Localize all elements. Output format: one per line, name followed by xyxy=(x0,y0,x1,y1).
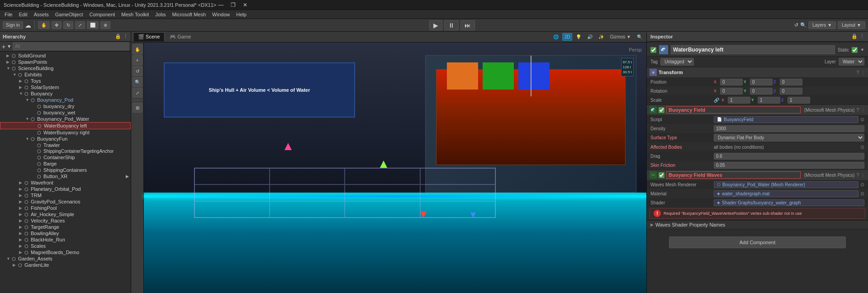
scale-link-icon[interactable]: 🔗 xyxy=(714,98,719,103)
tree-item-gravitypod[interactable]: ⬡ GravityPod_Scenarios xyxy=(0,198,131,205)
tree-item-buoyancyfun[interactable]: ⬡ BuoyancyFun xyxy=(0,136,131,142)
tree-item-trm[interactable]: ⬡ TRM xyxy=(0,192,131,198)
tree-item-sciencebuilding[interactable]: ⬡ ScienceBuilding xyxy=(0,65,131,71)
tree-item-buoyancy-dry[interactable]: ⬡ buoyancy_dry xyxy=(0,103,131,109)
layer-dropdown[interactable]: Water xyxy=(839,58,864,66)
tree-item-bouynancy-pod[interactable]: ⬡ Bouynancy_Pod xyxy=(0,97,131,103)
tree-item-blackhole[interactable]: ⬡ BlackHole_Run xyxy=(0,236,131,243)
tree-item-shippingcontainers[interactable]: ⬡ ShippingContainers xyxy=(0,167,131,173)
rect-tool-button[interactable]: ⬜ xyxy=(87,21,99,29)
buoyancy-waves-enable-checkbox[interactable] xyxy=(659,172,664,178)
hierarchy-add-icon[interactable]: + xyxy=(2,43,5,50)
hierarchy-search-input[interactable] xyxy=(13,43,129,50)
tag-dropdown[interactable]: Untagged xyxy=(660,58,694,66)
tree-item-bowlingalley[interactable]: ⬡ BowlingAlley xyxy=(0,230,131,236)
menu-assets[interactable]: Assets xyxy=(31,11,52,18)
inspector-lock-icon[interactable]: 🔒 xyxy=(851,33,858,39)
tree-item-magnetboards[interactable]: ⬡ MagnetBoards_Demo xyxy=(0,249,131,255)
buoyancy-waves-menu-icon[interactable]: ⋮ xyxy=(861,173,865,178)
tree-item-bouynancy-pod-water[interactable]: ⬡ Bouynancy_Pod_Water xyxy=(0,116,131,122)
scale-y-field[interactable] xyxy=(758,97,780,104)
layers-dropdown[interactable]: Layers ▼ xyxy=(808,21,836,29)
rotate-tool-button[interactable]: ↻ xyxy=(63,21,73,29)
position-y-field[interactable] xyxy=(750,79,773,85)
menu-file[interactable]: File xyxy=(2,11,15,18)
move-view-tool[interactable]: + xyxy=(133,55,142,65)
tree-item-gardenlite[interactable]: ⬡ GardenLite xyxy=(0,262,131,268)
tree-item-garden-assets[interactable]: ⬡ Garden_Assets xyxy=(0,255,131,262)
hand-view-tool[interactable]: ✋ xyxy=(133,44,142,54)
transform-help-icon[interactable]: ? xyxy=(856,70,859,75)
buoyancy-field-waves-header[interactable]: 〰 Buoyancy Field Waves (Microsoft Mesh P… xyxy=(647,170,868,180)
restore-button[interactable]: ❐ xyxy=(229,2,237,8)
position-x-field[interactable] xyxy=(720,79,743,85)
tree-item-spawnpoints[interactable]: ▶ ⬡ SpawnPoints xyxy=(0,59,131,65)
orbit-tool[interactable]: ↺ xyxy=(133,66,142,76)
tab-scene[interactable]: 🎬 Scene xyxy=(133,32,165,42)
rotation-x-field[interactable] xyxy=(720,88,743,95)
position-z-field[interactable] xyxy=(780,79,802,85)
move-tool-button[interactable]: ✥ xyxy=(52,21,62,29)
play-button[interactable]: ▶ xyxy=(429,20,442,30)
scale-x-field[interactable] xyxy=(728,97,750,104)
tree-item-buoyancy-wet[interactable]: ⬡ buoyancy_wet xyxy=(0,109,131,116)
menu-component[interactable]: Component xyxy=(86,11,118,18)
layout-dropdown[interactable]: Layout ▼ xyxy=(838,21,865,29)
tree-item-shipping-anchor[interactable]: ⬡ ShippingContainerTargetingAnchor xyxy=(0,148,131,154)
tree-item-solarsystem[interactable]: ⬡ SolarSystem xyxy=(0,84,131,90)
tree-item-solidground[interactable]: ▶ ⬡ SolidGround xyxy=(0,52,131,59)
transform-component-header[interactable]: ⊕ Transform ? ⋮ xyxy=(647,67,868,77)
object-enable-checkbox[interactable] xyxy=(650,47,656,53)
add-component-button[interactable]: Add Component xyxy=(669,236,846,248)
step-button[interactable]: ⏭ xyxy=(460,20,475,30)
close-button[interactable]: ✕ xyxy=(241,2,249,8)
effects-button[interactable]: ✨ xyxy=(596,33,606,41)
material-ref[interactable]: ◈ water_shadergraph.mat xyxy=(714,190,859,197)
tree-item-containership[interactable]: ⬡ ContainerShip xyxy=(0,154,131,161)
buoyancy-field-enable-checkbox[interactable] xyxy=(659,107,664,113)
menu-microsoft-mesh[interactable]: Microsoft Mesh xyxy=(170,11,209,18)
buoyancy-field-menu-icon[interactable]: ⋮ xyxy=(861,108,865,113)
menu-edit[interactable]: Edit xyxy=(16,11,30,18)
undo-icon[interactable]: ↺ xyxy=(794,22,798,28)
sign-in-button[interactable]: Sign in xyxy=(3,21,23,29)
tree-item-airhockey[interactable]: ⬡ Air_Hockey_Simple xyxy=(0,211,131,217)
transform-tool-button[interactable]: ⊕ xyxy=(100,21,110,29)
affected-bodies-pick-icon[interactable]: ⊙ xyxy=(860,144,864,150)
menu-gameobject[interactable]: GameObject xyxy=(52,11,86,18)
tree-item-wavefront[interactable]: ⬡ Wavefront xyxy=(0,180,131,186)
tree-item-waterbuoyancy-left[interactable]: ⬡ WaterBuoyancy left xyxy=(0,122,131,129)
transform-menu-icon[interactable]: ⋮ xyxy=(861,70,865,75)
minimize-button[interactable]: — xyxy=(216,2,225,8)
tree-item-barge[interactable]: ⬡ Barge xyxy=(0,161,131,167)
grid-tool[interactable]: ⊞ xyxy=(133,103,142,113)
rotation-y-field[interactable] xyxy=(750,88,773,95)
search-icon[interactable]: 🔍 xyxy=(800,22,806,28)
tree-item-fishingpool[interactable]: ⬡ FishingPool xyxy=(0,205,131,211)
static-dropdown-icon[interactable]: ▼ xyxy=(860,47,864,52)
scene-viewport[interactable]: ✋ + ↺ 🔍 ⤢ ⊞ Ship's Hull + Air Volume < V… xyxy=(131,43,646,293)
menu-jobs[interactable]: Jobs xyxy=(152,11,168,18)
hand-tool-button[interactable]: ✋ xyxy=(38,21,50,29)
drag-field[interactable] xyxy=(714,153,864,160)
hierarchy-more-icon[interactable]: ⋮ xyxy=(123,33,128,39)
zoom-tool[interactable]: 🔍 xyxy=(133,77,142,87)
inspector-more-icon[interactable]: ⋮ xyxy=(859,33,864,39)
material-pick-icon[interactable]: ⊙ xyxy=(860,191,864,197)
shading-mode-button[interactable]: 🌐 xyxy=(551,33,561,41)
buoyancy-waves-help-icon[interactable]: ? xyxy=(856,173,859,178)
tab-game[interactable]: 🎮 Game xyxy=(165,32,196,42)
tree-item-planetary[interactable]: ⬡ Planetary_Orbital_Pod xyxy=(0,186,131,192)
tree-item-waterbuoyancy-right[interactable]: ⬡ WaterBuoyancy right xyxy=(0,129,131,136)
tree-item-buoyancy[interactable]: ⬡ Buoyancy xyxy=(0,90,131,97)
tree-item-exhibits[interactable]: ⬡ Exhibits xyxy=(0,71,131,78)
audio-button[interactable]: 🔊 xyxy=(585,33,595,41)
scale-view-tool[interactable]: ⤢ xyxy=(133,88,142,98)
tree-item-trawler[interactable]: ⬡ Trawler xyxy=(0,142,131,148)
waves-pick-icon[interactable]: ⊙ xyxy=(860,182,864,188)
buoyancy-field-help-icon[interactable]: ? xyxy=(856,108,859,113)
waves-shader-property-names-header[interactable]: ▶ Waves Shader Property Names xyxy=(647,220,868,229)
script-pick-icon[interactable]: ⊙ xyxy=(860,117,864,123)
menu-window[interactable]: Window xyxy=(209,11,232,18)
buoyancy-field-header[interactable]: 🌊 Buoyancy Field (Microsoft Mesh Physics… xyxy=(647,105,868,115)
